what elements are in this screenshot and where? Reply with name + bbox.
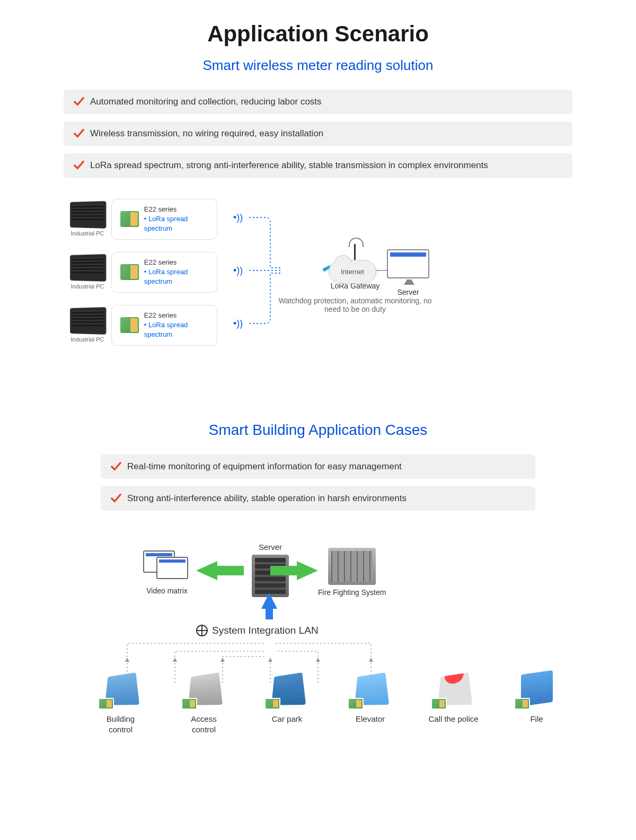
module-chip-icon bbox=[120, 264, 139, 280]
feature-list-2: Real-time monitoring of equipment inform… bbox=[101, 454, 535, 511]
ipc-label: Industrial PC bbox=[69, 336, 106, 343]
module-chip-icon bbox=[98, 698, 114, 710]
feature-item: Automated monitoring and collection, red… bbox=[64, 90, 572, 114]
module-chip-icon bbox=[431, 698, 447, 710]
module-subtitle: LoRa spread spectrum bbox=[144, 267, 208, 286]
antenna-icon bbox=[354, 244, 356, 260]
module-chip-icon bbox=[348, 698, 364, 710]
building-diagram: Server Video matrix Fire Fighting System… bbox=[64, 532, 572, 840]
module-title: E22 series bbox=[144, 258, 208, 267]
screen-icon bbox=[156, 557, 188, 579]
endpoint-carpark: Car park bbox=[262, 670, 312, 734]
arrow-right-icon bbox=[297, 561, 318, 580]
module-title: E22 series bbox=[144, 311, 208, 320]
video-matrix-label: Video matrix bbox=[143, 587, 191, 595]
ipc-node-3: Industrial PC E22 series LoRa spread spe… bbox=[69, 305, 217, 346]
server-label: Server bbox=[244, 542, 297, 552]
module-subtitle: LoRa spread spectrum bbox=[144, 320, 208, 339]
module-card: E22 series LoRa spread spectrum bbox=[111, 305, 217, 346]
endpoint-label: File bbox=[511, 714, 562, 724]
server-node: Server bbox=[387, 249, 429, 296]
endpoint-police: Call the police bbox=[428, 670, 479, 734]
ipc-node-2: Industrial PC E22 series LoRa spread spe… bbox=[69, 252, 217, 293]
ipc-label: Industrial PC bbox=[69, 230, 106, 237]
server-label: Server bbox=[387, 288, 429, 296]
system-integration-lan: System Integration LAN bbox=[196, 625, 319, 636]
endpoint-row: Building control Access control Car park… bbox=[95, 670, 562, 734]
check-icon bbox=[73, 160, 85, 171]
endpoint-label: Building control bbox=[95, 714, 146, 734]
fire-system-icon bbox=[328, 548, 376, 585]
feature-list-1: Automated monitoring and collection, red… bbox=[64, 90, 572, 178]
check-icon bbox=[73, 128, 85, 139]
module-chip-icon bbox=[120, 317, 139, 333]
feature-item: Strong anti-interference ability, stable… bbox=[101, 486, 535, 511]
endpoint-label: Call the police bbox=[428, 714, 479, 724]
subtitle-meter: Smart wireless meter reading solution bbox=[53, 57, 583, 74]
feature-text: Real-time monitoring of equipment inform… bbox=[127, 461, 402, 472]
industrial-pc-icon bbox=[70, 307, 107, 335]
feature-item: Wireless transmission, no wiring require… bbox=[64, 121, 572, 146]
page-title: Application Scenario bbox=[53, 21, 583, 47]
endpoint-access: Access control bbox=[179, 670, 229, 734]
check-icon bbox=[110, 461, 122, 472]
meter-diagram: Industrial PC E22 series LoRa spread spe… bbox=[64, 199, 572, 369]
arrow-up-icon bbox=[261, 593, 277, 609]
wifi-icon: •)) bbox=[233, 318, 243, 329]
endpoint-label: Elevator bbox=[345, 714, 395, 724]
sil-label: System Integration LAN bbox=[212, 625, 319, 636]
arrow-left-icon bbox=[196, 561, 217, 580]
globe-icon bbox=[196, 625, 208, 636]
module-chip-icon bbox=[514, 698, 530, 710]
industrial-pc-icon bbox=[70, 201, 107, 229]
gateway-note: Watchdog protection, automatic monitorin… bbox=[276, 296, 435, 313]
endpoint-elevator: Elevator bbox=[345, 670, 395, 734]
server-rack-icon bbox=[252, 555, 289, 597]
fire-fighting: Fire Fighting System bbox=[318, 548, 386, 597]
module-chip-icon bbox=[181, 698, 197, 710]
fire-fighting-label: Fire Fighting System bbox=[318, 588, 386, 597]
industrial-pc-icon bbox=[70, 254, 107, 282]
subtitle-building: Smart Building Application Cases bbox=[53, 422, 583, 439]
internet-cloud: Internet bbox=[329, 260, 376, 284]
endpoint-file: File bbox=[511, 670, 562, 734]
module-chip-icon bbox=[264, 698, 280, 710]
feature-text: Wireless transmission, no wiring require… bbox=[90, 128, 323, 139]
feature-item: LoRa spread spectrum, strong anti-interf… bbox=[64, 153, 572, 178]
check-icon bbox=[73, 96, 85, 108]
feature-item: Real-time monitoring of equipment inform… bbox=[101, 454, 535, 479]
endpoint-building: Building control bbox=[95, 670, 146, 734]
monitor-icon bbox=[387, 249, 429, 278]
wifi-icon: •)) bbox=[233, 265, 243, 276]
check-icon bbox=[110, 493, 122, 504]
module-title: E22 series bbox=[144, 205, 208, 214]
module-chip-icon bbox=[120, 211, 139, 227]
endpoint-label: Car park bbox=[262, 714, 312, 724]
feature-text: Automated monitoring and collection, red… bbox=[90, 97, 322, 107]
module-subtitle: LoRa spread spectrum bbox=[144, 214, 208, 233]
endpoint-label: Access control bbox=[179, 714, 229, 734]
module-card: E22 series LoRa spread spectrum bbox=[111, 199, 217, 240]
feature-text: Strong anti-interference ability, stable… bbox=[127, 493, 407, 504]
ipc-node-1: Industrial PC E22 series LoRa spread spe… bbox=[69, 199, 217, 240]
module-card: E22 series LoRa spread spectrum bbox=[111, 252, 217, 293]
ipc-label: Industrial PC bbox=[69, 283, 106, 290]
feature-text: LoRa spread spectrum, strong anti-interf… bbox=[90, 160, 488, 171]
video-matrix: Video matrix bbox=[143, 550, 191, 595]
wifi-icon: •)) bbox=[233, 212, 243, 223]
